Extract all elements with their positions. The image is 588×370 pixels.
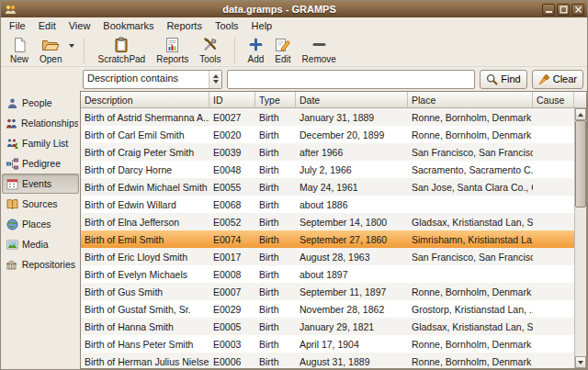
cell-cause: [533, 196, 574, 213]
scroll-down-button[interactable]: [575, 356, 586, 368]
cell-cause: [533, 161, 574, 178]
filter-search-input[interactable]: [227, 70, 475, 89]
cell-type: Birth: [255, 126, 296, 143]
menu-edit[interactable]: Edit: [32, 19, 62, 33]
tools-button[interactable]: Tools: [194, 35, 226, 66]
scrollbar-trough[interactable]: [575, 120, 586, 356]
table-row[interactable]: Birth of Emil SmithE0074BirthSeptember 2…: [81, 230, 574, 248]
table-row[interactable]: Birth of Edwin Michael SmithE0055BirthMa…: [81, 178, 574, 196]
cell-id: E0007: [209, 283, 255, 300]
tools-icon: [202, 36, 219, 53]
sidebar-item-family-list[interactable]: Family List: [2, 133, 79, 153]
toolbar-button-label: Tools: [199, 53, 220, 65]
column-header-id[interactable]: ID: [209, 92, 255, 108]
reports-button[interactable]: Reports: [151, 35, 194, 66]
cell-description: Birth of Hanna Smith: [81, 318, 209, 335]
cell-id: E0005: [209, 318, 255, 335]
table-row[interactable]: Birth of Eric Lloyd SmithE0017BirthAugus…: [81, 248, 574, 265]
column-header-date[interactable]: Date: [296, 92, 408, 108]
sidebar-item-places[interactable]: Places: [2, 214, 79, 234]
new-button[interactable]: New: [5, 35, 34, 66]
cell-cause: [533, 213, 574, 230]
cell-place: [408, 196, 533, 213]
cell-date: September 14, 1800: [296, 213, 408, 230]
add-button[interactable]: Add: [243, 35, 270, 66]
scrollbar-thumb[interactable]: [575, 120, 586, 207]
menu-tools[interactable]: Tools: [209, 19, 245, 33]
minimize-button[interactable]: [542, 4, 555, 16]
table-row[interactable]: Birth of Astrid Shermanna A...E0027Birth…: [81, 108, 574, 126]
sidebar-item-label: Places: [22, 219, 51, 230]
clear-button[interactable]: Clear: [532, 70, 583, 89]
sidebar-item-pedigree[interactable]: Pedigree: [2, 153, 79, 174]
column-header-type[interactable]: Type: [255, 92, 296, 108]
combo-arrows-icon: [209, 71, 221, 88]
titlebar[interactable]: data.gramps - GRAMPS: [1, 1, 587, 17]
magnifier-icon: [486, 73, 498, 85]
table-row[interactable]: Birth of Evelyn MichaelsE0008Birthabout …: [81, 265, 574, 283]
cell-id: E0055: [209, 178, 255, 196]
menu-help[interactable]: Help: [245, 19, 279, 33]
sidebar-item-repositories[interactable]: Repositories: [2, 254, 79, 275]
cell-type: Birth: [255, 283, 296, 300]
cell-date: January 29, 1821: [296, 318, 408, 335]
pedigree-icon: [6, 158, 18, 170]
cell-date: about 1886: [296, 196, 408, 213]
sidebar-item-media[interactable]: Media: [2, 234, 79, 254]
scroll-up-icon: [578, 113, 583, 117]
menu-reports[interactable]: Reports: [160, 19, 209, 33]
table-row[interactable]: Birth of Darcy HorneE0048BirthJuly 2, 19…: [81, 161, 574, 178]
table-row[interactable]: Birth of Gustaf Smith, Sr.E0029BirthNove…: [81, 300, 574, 318]
relationships-icon: [6, 118, 17, 129]
cell-type: Birth: [255, 213, 296, 230]
toolbar-button-label: ScratchPad: [97, 53, 145, 65]
cell-date: November 28, 1862: [296, 300, 408, 318]
family-list-icon: [6, 138, 18, 150]
cell-id: E0008: [209, 265, 255, 283]
open-dropdown-arrow[interactable]: [67, 37, 76, 55]
column-header-place[interactable]: Place: [408, 92, 533, 108]
table-row[interactable]: Birth of Gus SmithE0007BirthSeptember 11…: [81, 283, 574, 300]
cell-date: April 17, 1904: [296, 335, 408, 353]
scroll-up-button[interactable]: [575, 108, 586, 120]
table-row[interactable]: Birth of Hans Peter SmithE0003BirthApril…: [81, 335, 574, 353]
cell-place: Ronne, Bornholm, Denmark: [408, 126, 533, 143]
table-row[interactable]: Birth of Carl Emil SmithE0020BirthDecemb…: [81, 126, 574, 143]
toolbar-separator: [84, 38, 85, 63]
table-row[interactable]: Birth of Herman Julius NielsenE0006Birth…: [81, 353, 574, 368]
maximize-button[interactable]: [557, 4, 570, 16]
close-button[interactable]: [571, 4, 584, 16]
cell-date: July 2, 1966: [296, 161, 408, 178]
edit-button[interactable]: Edit: [269, 35, 296, 66]
media-icon: [6, 239, 18, 251]
sidebar-item-relationships[interactable]: Relationships: [2, 113, 79, 133]
vertical-scrollbar[interactable]: [574, 108, 586, 368]
table-row[interactable]: Birth of Elna JeffersonE0052BirthSeptemb…: [81, 213, 574, 230]
cell-cause: [533, 126, 574, 143]
cell-place: Gladsax, Kristianstad Lan, S...: [408, 213, 533, 230]
remove-button[interactable]: Remove: [297, 35, 342, 66]
menu-view[interactable]: View: [62, 19, 97, 33]
find-button[interactable]: Find: [480, 70, 526, 89]
sidebar-item-events[interactable]: Events: [2, 174, 79, 194]
cell-description: Birth of Evelyn Michaels: [81, 265, 209, 283]
filter-field-selector[interactable]: Description contains: [83, 70, 222, 89]
table-row[interactable]: Birth of Edwin WillardE0068Birthabout 18…: [81, 196, 574, 213]
column-header-description[interactable]: Description: [81, 92, 209, 108]
toolbar-button-label: Open: [40, 53, 62, 65]
table-row[interactable]: Birth of Craig Peter SmithE0039Birthafte…: [81, 143, 574, 161]
table-row[interactable]: Birth of Hanna SmithE0005BirthJanuary 29…: [81, 318, 574, 335]
sidebar-item-sources[interactable]: Sources: [2, 194, 79, 214]
cell-description: Birth of Carl Emil Smith: [81, 126, 209, 143]
cell-cause: [533, 248, 574, 265]
open-button[interactable]: Open: [34, 35, 67, 66]
menu-file[interactable]: File: [3, 19, 32, 33]
menu-bookmarks[interactable]: Bookmarks: [96, 19, 160, 33]
scratchpad-icon: [115, 36, 128, 53]
scratchpad-button[interactable]: ScratchPad: [92, 35, 151, 66]
cell-date: August 31, 1889: [296, 353, 408, 368]
column-header-cause[interactable]: Cause: [533, 92, 574, 108]
cell-place: San Francisco, San Francisc...: [408, 143, 533, 161]
cell-place: San Francisco, San Francisc...: [408, 248, 533, 265]
sidebar-item-people[interactable]: People: [2, 93, 79, 113]
